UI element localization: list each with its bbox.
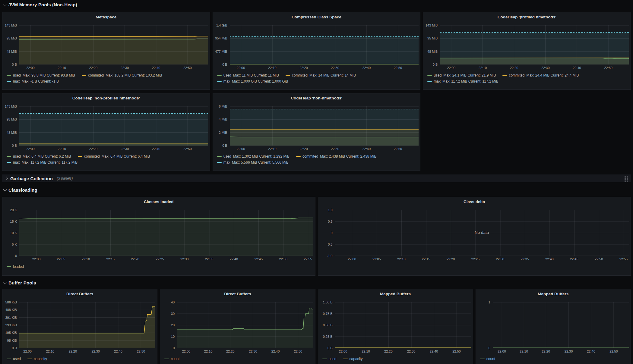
legend-series-values: Max: 117.2 MiB Current: 117.2 MiB [22,159,78,165]
legend-item-loaded[interactable]: loaded [7,264,24,270]
x-tick-label: 22:45 [254,257,263,261]
y-tick-label: 477 MiB [215,50,227,53]
y-tick-label: 0 [15,254,17,258]
legend-series-name: commited [302,153,318,159]
legend: usedcapacity [7,356,154,362]
legend-item-used[interactable]: used [322,356,337,362]
x-tick-label: 22:40 [114,350,122,353]
section-header-classloading[interactable]: Classloading [2,185,631,194]
x-tick-label: 22:55 [619,257,628,261]
panel-title[interactable]: Metaspace [4,12,208,19]
legend-series-values: Max: 117.2 MiB Current: 117.2 MiB [442,78,498,84]
legend-color-dash [427,81,432,82]
legend-item-count[interactable]: count [164,356,179,362]
y-tick-label: 954 MiB [215,36,227,40]
legend-item-used[interactable]: usedMax: 93.8 MiB Current: 93.8 MiB [7,72,75,78]
panel-title[interactable]: CodeHeap 'profiled nmethods' [425,12,629,19]
legend-item-max[interactable]: maxMax: 117.2 MiB Current: 117.2 MiB [427,78,498,84]
x-tick-label: 22:50 [279,257,287,261]
y-tick-label: 48 MiB [7,50,17,53]
legend-item-commited[interactable]: commitedMax: 24.4 MiB Current: 24.4 MiB [502,72,579,78]
legend-color-dash [427,75,432,76]
legend-series-values: Max: 103.2 MiB Current: 103.2 MiB [106,72,162,78]
legend-row: maxMax: 1.000 GiB Current: 1.000 GiB [217,78,417,84]
x-tick-label: 22:05 [372,257,381,261]
legend-item-commited[interactable]: commitedMax: 6.4 MiB Current: 6.4 MiB [78,153,150,159]
legend: usedMax: 24.1 MiB Current: 21.9 MiBcommi… [427,72,627,84]
y-tick-label: 391 KiB [5,316,17,319]
y-tick-label: 15 K [10,220,17,223]
legend-item-max[interactable]: maxMax: 117.2 MiB Current: 117.2 MiB [7,159,78,165]
x-tick-label: 22:00 [182,350,191,353]
x-tick-label: 22:30 [407,350,416,353]
legend-series-values: Max: 6.4 MiB Current: 6.4 MiB [102,153,150,159]
section-header-garbage-collection[interactable]: Garbage Collection (3 panels) [2,174,631,182]
y-tick-label: 1.00 B [323,300,333,304]
x-tick-label: 22:40 [271,350,280,353]
panel-title[interactable]: Direct Buffers [162,289,313,296]
legend-item-commited[interactable]: commitedMax: 2.438 MiB Current: 2.438 Mi… [296,153,376,159]
legend-item-capacity[interactable]: capacity [27,356,47,362]
y-tick-label: 293 KiB [5,323,17,327]
section-header-buffer-pools[interactable]: Buffer Pools [2,278,631,287]
buffer-pools-row: Direct Buffers0 B98 KiB195 KiB293 KiB391… [2,289,631,364]
section-panel-count: (3 panels) [57,176,73,180]
legend-item-max[interactable]: maxMax: 5.566 MiB Current: 5.566 MiB [217,159,289,165]
x-tick-label: 22:00 [348,257,356,261]
panel-title[interactable]: Mapped Buffers [478,289,629,296]
legend-item-used[interactable]: usedMax: 24.1 MiB Current: 21.9 MiB [427,72,496,78]
x-tick-label: 22:50 [183,66,192,70]
y-tick-label: 6 MiB [219,105,227,108]
x-tick-label: 22:00 [237,66,245,70]
y-tick-label: 0 B [222,63,227,66]
jvm-memory-pools-row-2: CodeHeap 'non-profiled nmethods'0 B48 Mi… [2,93,631,171]
panel-metaspace: Metaspace0 B48 MiB95 MiB143 MiB22:0022:1… [2,12,210,90]
y-tick-label: 1.0 [328,208,332,212]
legend-item-capacity[interactable]: capacity [343,356,363,362]
x-tick-label: 22:30 [331,147,339,151]
legend-series-values: Max: 6.4 MiB Current: 6.2 MiB [23,153,71,159]
y-tick-label: 0 B [12,63,17,66]
x-axis: 22:0022:1022:2022:3022:4022:50 [230,146,419,152]
panel-title[interactable]: Class delta [320,197,629,204]
x-tick-label: 22:10 [204,350,213,353]
row-drag-handle-icon[interactable] [625,175,628,182]
legend-item-used[interactable]: used [7,356,21,362]
legend-item-max[interactable]: maxMax: 1.000 GiB Current: 1.000 GiB [217,78,288,84]
y-tick-label: 0 [173,346,175,350]
legend-series-name: used [434,72,442,78]
legend-item-count[interactable]: count [480,356,495,362]
legend-color-dash [502,75,507,76]
legend-item-commited[interactable]: commitedMax: 103.2 MiB Current: 103.2 Mi… [82,72,162,78]
legend-item-used[interactable]: usedMax: 11 MiB Current: 11 MiB [217,72,279,78]
legend-item-max[interactable]: maxMax: -1 B Current: -1 B [7,78,59,84]
y-tick-label: 10 K [10,231,17,235]
chevron-right-icon [5,177,8,180]
panel-title[interactable]: CodeHeap 'non-nmethods' [215,93,419,100]
legend-item-used[interactable]: usedMax: 6.4 MiB Current: 6.2 MiB [7,153,71,159]
legend-series-name: capacity [34,356,47,362]
legend-color-dash [78,156,82,157]
x-tick-label: 22:40 [152,66,160,70]
y-tick-label: 1 [489,300,490,304]
section-header-jvm-memory-pools[interactable]: JVM Memory Pools (Non-Heap) [2,0,631,9]
x-axis: 22:0022:1022:2022:3022:4022:50 [335,348,471,355]
panel-direct-buffers-bytes: Direct Buffers0 B98 KiB195 KiB293 KiB391… [2,289,157,364]
panel-title[interactable]: Mapped Buffers [320,289,471,296]
panel-title[interactable]: Classes loaded [4,197,313,204]
x-tick-label: 22:40 [230,257,238,261]
panel-title[interactable]: Compressed Class Space [215,12,419,19]
panel-mapped-buffers-bytes: Mapped Buffers0 B0.25 B0.50 B0.75 B1.00 … [318,289,473,364]
x-tick-label: 22:35 [205,257,214,261]
legend-item-used[interactable]: usedMax: 1.302 MiB Current: 1.292 MiB [217,153,290,159]
y-tick-label: 0 [489,346,490,350]
x-axis: 22:0022:1022:2022:3022:4022:50 [440,64,629,71]
x-tick-label: 22:10 [81,257,90,261]
panel-title[interactable]: Direct Buffers [4,289,155,296]
legend-color-dash [322,359,327,359]
plot-area: 0 B477 MiB954 MiB1.4 GiB [215,25,419,64]
legend-row: usedMax: 1.302 MiB Current: 1.292 MiBcom… [217,153,417,159]
legend-item-commited[interactable]: commitedMax: 14 MiB Current: 14 MiB [286,72,356,78]
legend-series-values: Max: 24.4 MiB Current: 24.4 MiB [526,72,579,78]
panel-title[interactable]: CodeHeap 'non-profiled nmethods' [4,93,208,100]
